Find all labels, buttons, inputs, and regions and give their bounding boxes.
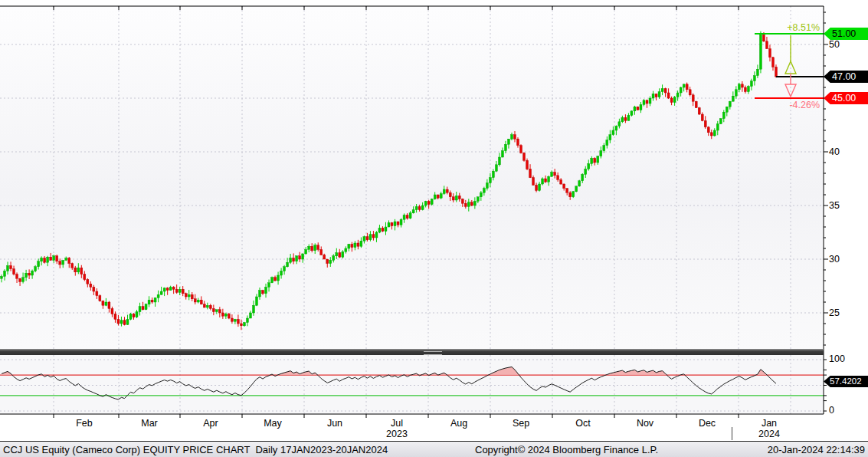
chart-description-text: CCJ US Equity (Cameco Corp) EQUITY PRICE… [3,444,388,455]
last-price-tag: 47.00 [824,71,868,83]
copyright-text: Copyright© 2024 Bloomberg Finance L.P. [475,444,658,455]
percent-up-annotation: +8.51% [766,22,820,33]
month-label-aug: Aug [450,418,467,429]
indicator-axis-label-100: 100 [829,353,845,364]
price-axis-label-35: 35 [829,200,840,211]
price-axis-label-30: 30 [829,254,840,265]
month-label-dec: Dec [699,418,716,429]
year-divider-tick [732,427,732,440]
price-axis-label-25: 25 [829,307,840,318]
panel-divider-handle[interactable] [0,349,824,355]
price-axis-label-50: 50 [829,39,840,50]
month-label-sep: Sep [513,418,529,429]
year-label-2024: 2024 [758,429,780,439]
timestamp-text: 20-Jan-2024 22:14:39 [768,444,865,455]
month-label-jul: Jul [391,418,403,429]
month-label-nov: Nov [637,418,653,429]
year-label-2023: 2023 [386,429,408,439]
month-label-jun: Jun [327,418,342,429]
indicator-axis-label-0: 0 [829,405,834,416]
price-axis-label-40: 40 [829,146,840,157]
low-price-tag: 45.00 [824,92,868,104]
percent-down-annotation: -4.26% [766,100,820,110]
bloomberg-price-chart-window: 51.00 47.00 45.00 57.4202 +8.51% -4.26% … [0,0,868,457]
status-bar: CCJ US Equity (Cameco Corp) EQUITY PRICE… [0,441,868,457]
candlestick-chart-canvas[interactable] [0,0,868,457]
indicator-value-tag: 57.4202 [824,376,868,387]
high-price-tag: 51.00 [824,28,868,40]
divider-grip-icon [424,351,442,355]
month-label-apr: Apr [203,418,218,429]
month-label-feb: Feb [76,418,93,429]
month-label-jan: Jan [762,418,777,429]
month-label-oct: Oct [575,418,590,429]
month-label-may: May [264,418,282,429]
month-label-mar: Mar [141,418,158,429]
